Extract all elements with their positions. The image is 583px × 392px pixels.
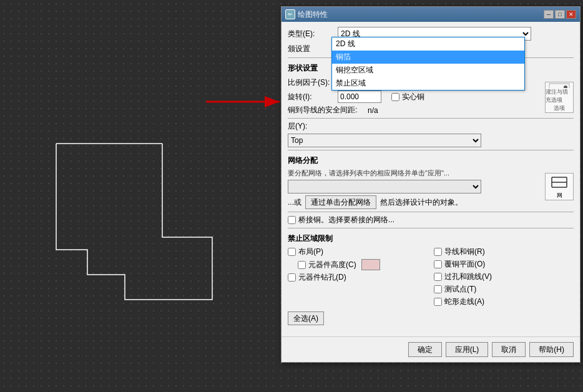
shape-drawing — [37, 125, 256, 343]
dialog-content: 类型(E): 2D 线 铜箔 铜挖空区域 禁止区域 2D 线 铜箔 铜挖空区域 … — [282, 22, 580, 334]
divider-5 — [288, 228, 574, 228]
cancel-button[interactable]: 取消 — [492, 342, 526, 357]
restrict-testpoint-checkbox[interactable] — [434, 285, 442, 293]
settings-label: 颁设置 — [288, 44, 338, 54]
annotation-label: 灌注与填充选项 — [546, 88, 573, 104]
restrict-serpentine: 蛇形走线(A) — [434, 296, 574, 307]
net-section-title: 网络分配 — [288, 155, 574, 166]
minimize-button[interactable]: ─ — [544, 10, 554, 19]
dialog-titlebar: ✏ 绘图特性 ─ □ ✕ — [282, 7, 580, 22]
dialog-footer: 确定 应用(L) 取消 帮助(H) — [282, 336, 580, 362]
canvas-area — [0, 0, 281, 392]
maximize-button[interactable]: □ — [555, 10, 565, 19]
layer-label: 层(Y): — [288, 121, 338, 132]
annotation-icon — [548, 82, 571, 88]
bridge-copper-label: 桥接铜。选择要桥接的网络... — [298, 215, 394, 225]
restrict-flood-label: 覆铜平面(O) — [444, 259, 485, 270]
restrict-layout: 布局(P) — [288, 247, 428, 257]
clearance-value: n/a — [368, 106, 378, 115]
net-single-row: ...或 通过单击分配网络 然后选择设计中的对象。 — [288, 195, 574, 209]
restrict-serpentine-label: 蛇形走线(A) — [444, 296, 484, 307]
rotate-row: 旋转(I): 实心铜 — [288, 91, 574, 103]
type-dropdown-overlay: 2D 线 铜箔 铜挖空区域 禁止区域 — [331, 37, 525, 91]
restrict-height-label: 元器件高度(C) — [308, 260, 356, 270]
restrict-component-height: 元器件高度(C) — [298, 259, 428, 270]
select-all-row: 全选(A) — [288, 311, 574, 325]
dialog-window: ✏ 绘图特性 ─ □ ✕ 类型(E): 2D 线 铜箔 铜挖空区域 禁止区域 2… — [281, 6, 581, 363]
restrict-drill: 元器件钻孔(D) — [288, 272, 428, 283]
divider-3 — [288, 150, 574, 150]
restrict-via-checkbox[interactable] — [434, 273, 442, 281]
restrict-section-title: 禁止区域限制 — [288, 233, 574, 244]
ok-button[interactable]: 确定 — [408, 342, 442, 357]
restrict-testpoint-label: 测试点(T) — [444, 284, 476, 295]
restrict-trace-copper: 导线和铜(R) — [434, 247, 574, 257]
dialog-controls: ─ □ ✕ — [544, 10, 576, 19]
restrict-flood: 覆铜平面(O) — [434, 259, 574, 270]
divider-4 — [288, 212, 574, 212]
rotate-label: 旋转(I): — [288, 92, 338, 102]
layer-select[interactable]: Top Bottom — [288, 134, 481, 147]
restrict-drill-label: 元器件钻孔(D) — [298, 272, 346, 283]
restrict-layout-checkbox[interactable] — [288, 248, 296, 256]
layer-select-row: Top Bottom — [288, 134, 574, 147]
rotate-input[interactable] — [338, 91, 381, 103]
dropdown-item-cutout[interactable]: 铜挖空区域 — [332, 64, 524, 77]
net-desc: 要分配网络，请选择列表中的相应网络并单击"应用"... — [288, 169, 449, 178]
dropdown-item-copper[interactable]: 铜箔 — [332, 51, 524, 64]
dialog-title: 绘图特性 — [298, 9, 544, 20]
restrict-via-label: 过孔和跳线(V) — [444, 272, 492, 282]
net-icon — [548, 174, 571, 192]
restrict-trace-copper-checkbox[interactable] — [434, 248, 442, 256]
red-arrow — [206, 92, 281, 107]
restrict-via: 过孔和跳线(V) — [434, 272, 574, 282]
type-label: 类型(E): — [288, 29, 338, 39]
solid-copper-checkbox[interactable] — [391, 93, 399, 101]
restrict-drill-checkbox[interactable] — [288, 273, 296, 282]
divider-2 — [288, 118, 574, 119]
annotation-panel[interactable]: 灌注与填充选项 选项 — [545, 82, 574, 113]
net-select-row: 网 — [288, 180, 574, 194]
restrict-testpoint: 测试点(T) — [434, 284, 574, 295]
net-desc-row: 要分配网络，请选择列表中的相应网络并单击"应用"... — [288, 169, 574, 178]
close-button[interactable]: ✕ — [566, 10, 576, 19]
clearance-label: 铜到导线的安全间距: — [288, 105, 363, 115]
restrict-grid: 布局(P) 元器件高度(C) 元器件钻孔(D) 导线和铜(R) — [288, 247, 574, 309]
dropdown-item-restrict[interactable]: 禁止区域 — [332, 77, 524, 90]
layer-row: 层(Y): — [288, 121, 574, 132]
dropdown-item-2d[interactable]: 2D 线 — [332, 37, 524, 51]
solid-copper-label: 实心铜 — [402, 92, 424, 102]
height-color-box — [361, 259, 380, 270]
clearance-row: 铜到导线的安全间距: n/a — [288, 105, 574, 115]
select-all-button[interactable]: 全选(A) — [288, 311, 324, 325]
bridge-copper-row: 桥接铜。选择要桥接的网络... — [288, 215, 574, 225]
restrict-layout-label: 布局(P) — [298, 247, 323, 257]
net-after-label: 然后选择设计中的对象。 — [380, 197, 463, 208]
help-button[interactable]: 帮助(H) — [529, 342, 574, 357]
restrict-height-checkbox[interactable] — [298, 261, 306, 269]
net-select[interactable] — [288, 180, 481, 194]
dialog-icon: ✏ — [285, 9, 295, 19]
net-single-click-button[interactable]: 通过单击分配网络 — [305, 195, 376, 209]
restrict-serpentine-checkbox[interactable] — [434, 298, 442, 306]
apply-button[interactable]: 应用(L) — [446, 342, 489, 357]
restrict-trace-copper-label: 导线和铜(R) — [444, 247, 485, 257]
net-or-label: ...或 — [288, 197, 301, 208]
bridge-copper-checkbox[interactable] — [288, 216, 296, 224]
net-icon-label: 网 — [557, 192, 562, 200]
net-icon-panel: 网 — [545, 173, 574, 200]
scale-label: 比例因子(S): — [288, 77, 338, 88]
restrict-flood-checkbox[interactable] — [434, 260, 442, 268]
